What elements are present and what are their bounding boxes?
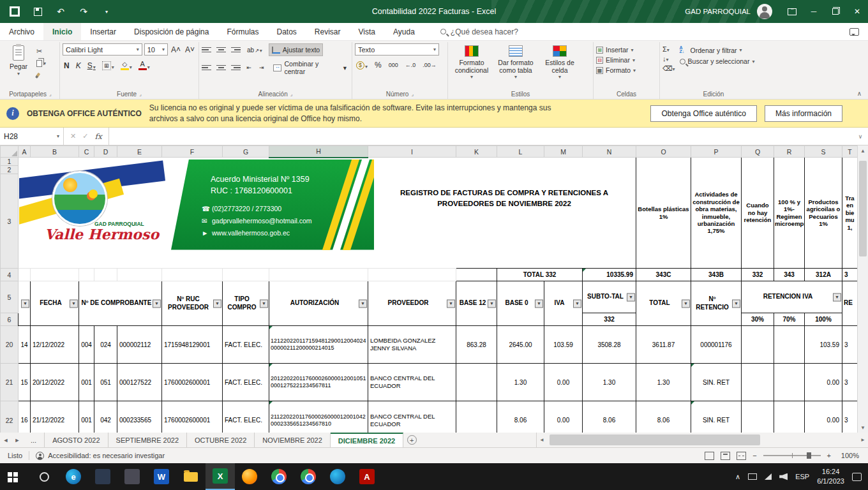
vertical-scroll-thumb[interactable] [859,161,867,256]
cell[interactable]: 001 [79,364,94,401]
volume-tray-icon[interactable] [779,473,788,480]
display-tray-icon[interactable] [748,473,757,480]
cell[interactable]: 16 [19,401,31,433]
font-color-button[interactable]: A ▾ [137,61,151,70]
cell[interactable]: 2012202201176000260000120010510001275221… [269,364,368,401]
number-format-select[interactable]: Texto▾ [355,43,439,56]
filter-dropdown-icon[interactable]: ▼ [682,299,690,308]
cell[interactable]: 3 [842,326,858,364]
copy-button[interactable]: ▾ [35,58,47,68]
ribbon-display-options-icon[interactable] [781,0,803,23]
page-layout-view-icon[interactable] [721,452,730,460]
accounting-format-button[interactable]: $▾ [355,61,369,70]
insert-cells-button[interactable]: ⊞Insertar▾ [596,46,636,54]
taskbar-excel[interactable]: X [206,463,235,490]
cell[interactable] [269,269,368,281]
zoom-level[interactable]: 100% [837,452,859,459]
orientation-button[interactable]: ab↗▾ [246,47,264,54]
confirm-entry-icon[interactable]: ✓ [82,132,88,140]
scroll-right-icon[interactable]: ► [858,437,868,443]
find-select-button[interactable]: Buscar y seleccionar ▾ [680,57,755,65]
cancel-entry-icon[interactable]: ✕ [70,132,76,140]
filter-dropdown-icon[interactable]: ▼ [573,299,581,308]
column-header-q[interactable]: Q [742,146,774,158]
tray-chevron-icon[interactable]: ∧ [735,473,740,481]
align-middle-icon[interactable] [216,46,226,54]
cell[interactable]: 12/12/2022 [31,326,79,364]
total-o-cell[interactable]: 343C [636,269,691,281]
clear-button[interactable]: ⌫▾ [662,64,675,73]
cell[interactable]: SIN. RET [691,401,742,433]
column-header-g[interactable]: G [223,146,269,158]
sheet-tab-octubre[interactable]: OCTUBRE 2022 [187,433,255,447]
cell[interactable]: 3 [842,401,858,433]
delete-cells-button[interactable]: ⊟Eliminar▾ [596,56,636,64]
taskbar-chrome[interactable] [264,463,294,490]
header-fecha[interactable]: FECHA▼ [31,281,79,326]
tall-header-r[interactable]: 100 % y 1%- Regimen microempresa [774,158,805,269]
column-header-r[interactable]: R [774,146,805,158]
wrap-text-button[interactable]: Ajustar texto [269,43,323,56]
cell[interactable]: 1.30 [497,364,544,401]
notification-center-icon[interactable] [852,473,862,481]
page-break-view-icon[interactable] [737,452,746,460]
sheet-nav-left-icon[interactable]: ◄ [0,433,11,447]
cell[interactable] [162,269,223,281]
row-header-2[interactable]: 2 [1,166,19,174]
collapse-ribbon-icon[interactable]: ∧ [857,90,862,97]
language-indicator[interactable]: ESP [795,473,809,480]
increase-decimal-button[interactable]: ←.0 [404,62,417,68]
underline-button[interactable]: S▾ [86,61,97,70]
row-header-3[interactable]: 3 [1,174,19,269]
tall-header-t[interactable]: Tra en bie mu 1, [842,158,858,269]
column-header-m[interactable]: M [544,146,583,158]
select-all-corner[interactable] [1,146,19,158]
taskbar-explorer[interactable] [176,463,206,490]
cell[interactable]: LOMBEIDA GONZALEZ JENNY SILVANA [368,326,456,364]
font-size-select[interactable]: 10▾ [144,43,168,56]
fill-color-button[interactable]: ◇ ▾ [119,61,133,70]
avatar[interactable] [757,4,772,19]
bold-button[interactable]: N [63,61,71,70]
tab-disposicion[interactable]: Disposición de página [125,23,218,40]
cell[interactable]: 8.06 [583,401,636,433]
restore-button[interactable] [825,0,846,23]
column-header-s[interactable]: S [805,146,842,158]
merge-center-button[interactable]: Combinar y centrar▾ [271,61,349,74]
taskbar-acrobat[interactable]: A [352,463,382,490]
cell[interactable]: 20/12/2022 [31,364,79,401]
cell[interactable]: 3508.28 [583,326,636,364]
tall-header-s[interactable]: Productos agricoilas o Pecuarios 1% [805,158,842,269]
column-header-i[interactable]: I [368,146,456,158]
taskbar-browser[interactable] [323,463,352,490]
total-p-cell[interactable]: 343B [691,269,742,281]
cell[interactable]: BANCO CENTRAL DEL ECUADOR [368,401,456,433]
column-header-f[interactable]: F [162,146,223,158]
tab-inicio[interactable]: Inicio [43,23,81,40]
cell[interactable]: 1760002600001 [162,401,223,433]
cell[interactable]: BANCO CENTRAL DEL ECUADOR [368,364,456,401]
cell[interactable]: 2112202201176000260000120010420002335651… [269,401,368,433]
filter-dropdown-icon[interactable]: ▼ [488,299,496,308]
cell[interactable] [774,326,805,364]
row-header-22[interactable]: 22 [1,401,19,433]
cell[interactable]: 3 [842,364,858,401]
cell[interactable]: 1760002600001 [162,364,223,401]
column-header-a[interactable]: A [19,146,31,158]
cell[interactable] [742,364,774,401]
filter-dropdown-icon[interactable]: ▼ [447,299,455,308]
cell[interactable]: 1.30 [583,364,636,401]
cell[interactable]: FACT. ELEC. [223,364,269,401]
customize-qat-icon[interactable]: ▾ [98,3,115,20]
decrease-decimal-button[interactable]: .00→ [421,62,438,68]
taskbar-word[interactable]: W [147,463,176,490]
cell[interactable]: 004 [79,326,94,364]
filter-dropdown-icon[interactable]: ▼ [153,299,161,308]
name-box[interactable]: H28 ▾ [0,128,64,145]
undo-icon[interactable]: ↶ [52,3,69,20]
sheet-tab-septiembre[interactable]: SEPTIEMBRE 2022 [108,433,187,447]
vertical-scrollbar[interactable]: ▲ ▼ [857,145,868,433]
decrease-font-button[interactable]: A˅ [184,45,196,54]
sheet-tab-diciembre[interactable]: DICIEMBRE 2022 [331,433,403,447]
column-header-l[interactable]: L [497,146,544,158]
